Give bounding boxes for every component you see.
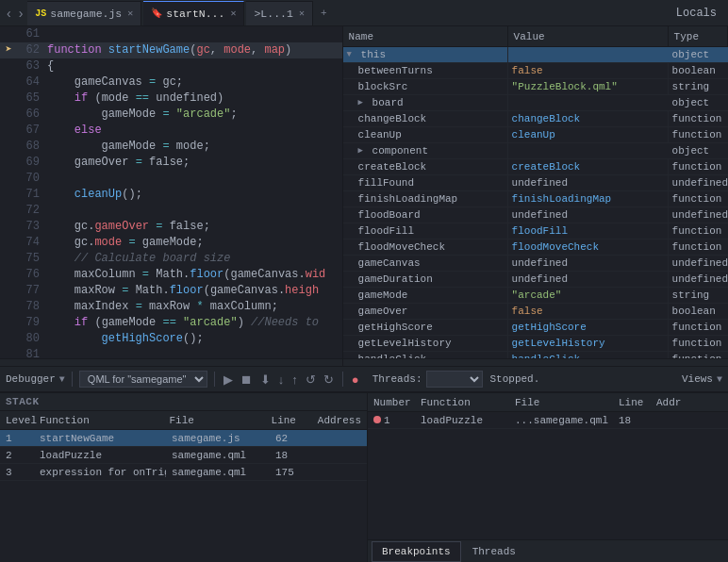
local-row-component[interactable]: ▶ component object [343,143,728,159]
debug-restart-btn[interactable]: ↺ [304,372,318,387]
local-row-cleanup[interactable]: cleanUp cleanUp function [343,127,728,143]
tab-l1[interactable]: >L...1 ✕ [246,1,312,25]
code-line-63: 63 { [0,58,342,74]
local-type-floodboard: undefined [669,207,728,223]
views-btn[interactable]: Views [682,373,713,385]
debug-reset-btn[interactable]: ↻ [322,372,336,387]
local-row-finishloadingmap[interactable]: finishLoadingMap finishLoadingMap functi… [343,191,728,207]
local-name-changeblock: changeBlock [343,111,508,127]
local-value-blocksrc: "PuzzleBlock.qml" [508,79,669,95]
locals-hscrollbar[interactable] [343,358,728,366]
tab-close-l1[interactable]: ✕ [299,8,305,19]
local-row-floodmovecheck[interactable]: floodMoveCheck floodMoveCheck function [343,240,728,256]
local-value-gamemode: "arcade" [508,288,669,304]
debug-step-out-btn[interactable]: ↑ [290,372,300,387]
stack-cell-level-3: 3 [0,464,34,481]
local-name-createblock: createBlock [343,159,508,175]
tab-close-startn[interactable]: ✕ [230,8,236,19]
stack-row-1[interactable]: 1 startNewGame samegame.js 62 [0,430,367,447]
code-line-80: 80 getHighScore(); [0,331,342,347]
locals-header: Name Value Type [343,26,728,47]
local-type-createblock: function [669,159,728,175]
bp-rows[interactable]: 1 loadPuzzle ...samegame.qml 18 [368,412,728,476]
local-value-floodmovecheck: floodMoveCheck [508,240,669,256]
code-line-72: 72 [0,203,342,219]
local-type-handleclick: function [669,352,728,359]
stack-col-line: Line [266,415,312,426]
tab-startn[interactable]: 🔖 startN... ✕ [143,1,244,25]
local-row-gamemode[interactable]: gameMode "arcade" string [343,288,728,304]
tab-back-btn[interactable]: ‹ [4,6,14,21]
code-line-66: 66 gameMode = "arcade"; [0,107,342,123]
local-row-floodfill[interactable]: floodFill floodFill function [343,223,728,240]
code-line-64: 64 gameCanvas = gc; [0,74,342,91]
tab-label-startn: startN... [166,8,224,20]
debug-continue-btn[interactable]: ▶ [222,372,235,387]
tab-add-btn[interactable]: + [315,8,333,19]
local-row-gameduration[interactable]: gameDuration undefined undefined [343,272,728,288]
code-content[interactable]: 61 ➤ 62 function startNewGame(gc, mode, … [0,26,342,358]
stack-col-headers: Level Function File Line Address [0,411,367,430]
stack-rows[interactable]: 1 startNewGame samegame.js 62 2 loadPuzz… [0,430,367,481]
arrow-62: ➤ [0,42,17,58]
local-row-createblock[interactable]: createBlock createBlock function [343,159,728,175]
local-row-floodboard[interactable]: floodBoard undefined undefined [343,207,728,223]
views-dropdown-icon[interactable]: ▼ [717,374,722,385]
stack-row-2[interactable]: 2 loadPuzzle samegame.qml 18 [0,447,367,464]
bp-row-1[interactable]: 1 loadPuzzle ...samegame.qml 18 [368,412,728,429]
stack-cell-function-2: loadPuzzle [34,447,166,464]
local-value-getlevelhistory: getLevelHistory [508,336,669,352]
debugger-label: Debugger [6,373,56,385]
expand-component[interactable]: ▶ [358,143,370,159]
local-row-blocksrc[interactable]: blockSrc "PuzzleBlock.qml" string [343,79,728,95]
local-type-betweenturns: boolean [669,63,728,79]
debug-step-in-btn[interactable]: ↓ [276,372,287,387]
bp-col-number: Number [368,397,415,408]
threads-select[interactable] [426,371,483,388]
expand-this[interactable]: ▼ [347,47,358,63]
local-value-gamecanvas: undefined [508,256,669,272]
expand-board[interactable]: ▶ [358,95,370,111]
debugger-dropdown-icon: ▼ [59,374,65,385]
debug-step-over-btn[interactable]: ⬇ [258,372,273,387]
tab-samegame-js[interactable]: JS samegame.js ✕ [27,1,141,25]
debug-record-btn[interactable]: ● [350,372,361,387]
local-row-fillfound[interactable]: fillFound undefined undefined [343,175,728,191]
local-row-getlevelhistory[interactable]: getLevelHistory getLevelHistory function [343,336,728,352]
stack-col-function: Function [34,415,163,426]
bp-col-function: Function [415,397,509,408]
btab-breakpoints[interactable]: Breakpoints [372,541,461,562]
qml-select[interactable]: QML for "samegame" [79,371,207,388]
local-value-floodboard: undefined [508,207,669,223]
local-row-gameover[interactable]: gameOver false boolean [343,304,728,320]
local-row-betweenturns[interactable]: betweenTurns false boolean [343,63,728,79]
locals-col-name: Name [343,26,508,46]
bp-active-dot [373,416,381,423]
local-name-betweenturns: betweenTurns [343,63,508,79]
local-row-gethighscore[interactable]: getHighScore getHighScore function [343,320,728,336]
stack-cell-function-3: expression for onTriggered [34,464,166,481]
local-row-handleclick[interactable]: handleClick handleClick function [343,352,728,358]
local-row-this[interactable]: ▼ this object [343,47,728,63]
code-line-70: 70 [0,171,342,187]
btab-threads[interactable]: Threads [462,541,526,562]
local-type-gamecanvas: undefined [669,256,728,272]
code-hscrollbar[interactable] [0,358,342,366]
debugger-toolbar: Debugger ▼ QML for "samegame" ▶ ⏹ ⬇ ↓ ↑ … [0,366,728,392]
local-row-gamecanvas[interactable]: gameCanvas undefined undefined [343,256,728,272]
toolbar-sep-1 [72,372,73,387]
stack-row-3[interactable]: 3 expression for onTriggered samegame.qm… [0,464,367,481]
debug-stop-btn[interactable]: ⏹ [239,372,255,387]
stack-cell-line-3: 175 [270,464,317,481]
local-type-gethighscore: function [669,320,728,336]
tab-forward-btn[interactable]: › [16,6,26,21]
locals-rows[interactable]: ▼ this object betweenTurns false boolean… [343,47,728,358]
code-line-79: 79 if (gameMode == "arcade") //Needs to [0,315,342,331]
local-row-changeblock[interactable]: changeBlock changeBlock function [343,111,728,127]
tab-close-samegame[interactable]: ✕ [127,8,133,19]
local-type-getlevelhistory: function [669,336,728,352]
code-line-73: 73 gc.gameOver = false; [0,219,342,235]
local-name-gamecanvas: gameCanvas [343,256,508,272]
local-row-board[interactable]: ▶ board object [343,95,728,111]
local-value-gethighscore: getHighScore [508,320,669,336]
